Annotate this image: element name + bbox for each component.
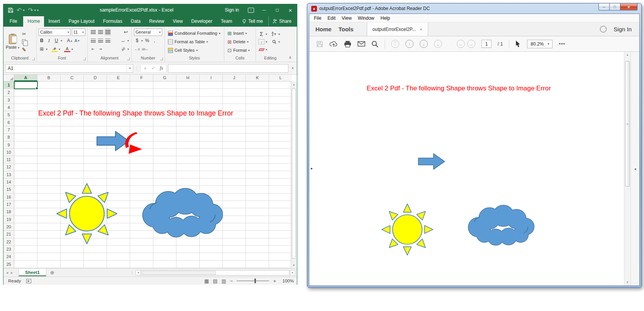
undo-icon[interactable]: ↶ (17, 7, 22, 14)
previous-view-button[interactable]: ← (457, 40, 465, 48)
column-header-c[interactable]: C (61, 75, 84, 81)
conditional-formatting-button[interactable]: Conditional Formatting▾ (168, 29, 223, 37)
cell-styles-button[interactable]: Cell Styles▾ (168, 46, 223, 54)
print-button[interactable] (344, 41, 351, 48)
zoom-slider[interactable] (237, 280, 269, 281)
tab-home[interactable]: Home (309, 26, 338, 32)
align-center-button[interactable] (97, 37, 103, 44)
italic-button[interactable]: I (46, 37, 52, 44)
row-header-15[interactable]: 15 (3, 186, 14, 193)
more-tools-button[interactable]: ••• (559, 41, 565, 47)
name-box-dropdown-icon[interactable]: ▾ (127, 65, 133, 72)
align-middle-button[interactable] (97, 29, 103, 36)
next-page-button[interactable]: ↓ (420, 40, 428, 48)
column-header-e[interactable]: E (107, 75, 130, 81)
share-button[interactable]: Share (268, 16, 295, 27)
alignment-dialog-launcher[interactable] (127, 58, 130, 60)
zoom-percentage[interactable]: 100% (280, 279, 294, 283)
acrobat-sign-in-button[interactable]: Sign In (613, 26, 632, 32)
percent-style-button[interactable]: % (144, 37, 150, 44)
font-dialog-launcher[interactable] (83, 58, 86, 60)
tell-me-button[interactable]: Tell me (238, 16, 267, 27)
insert-cells-button[interactable]: ⊞Insert▾ (227, 29, 255, 37)
font-color-dropdown-icon[interactable]: ▾ (71, 48, 73, 51)
scroll-up-icon[interactable]: ▴ (291, 82, 297, 87)
ribbon-display-options-button[interactable]: ↑ (244, 4, 258, 16)
align-left-button[interactable] (90, 37, 96, 44)
ribbon-tab-file[interactable]: File (3, 16, 23, 27)
shrink-font-button[interactable]: A▼ (74, 37, 80, 44)
clear-dropdown-icon[interactable]: ▾ (266, 48, 267, 51)
column-header-h[interactable]: H (176, 75, 200, 81)
ribbon-tab-insert[interactable]: Insert (44, 16, 64, 27)
orientation-dropdown-icon[interactable]: ▾ (127, 48, 129, 51)
ribbon-tab-developer[interactable]: Developer (187, 16, 217, 27)
save-file-button[interactable] (316, 41, 323, 48)
menu-edit[interactable]: Edit (324, 15, 339, 21)
ribbon-tab-review[interactable]: Review (145, 16, 168, 27)
grow-font-button[interactable]: A▲ (67, 37, 73, 44)
menu-window[interactable]: Window (355, 15, 378, 21)
row-header-21[interactable]: 21 (3, 231, 14, 238)
row-header-25[interactable]: 25 (3, 261, 14, 268)
menu-view[interactable]: View (339, 15, 355, 21)
column-header-l[interactable]: L (269, 75, 291, 81)
accounting-format-button[interactable]: $ (134, 37, 140, 44)
horizontal-scrollbar[interactable] (141, 270, 290, 275)
row-header-1[interactable]: 1 (3, 82, 14, 89)
excel-cloud-shape[interactable] (138, 185, 224, 238)
format-painter-button[interactable] (21, 46, 27, 53)
zoom-in-button[interactable]: + (273, 278, 276, 284)
normal-view-icon[interactable]: ▦ (204, 278, 209, 284)
row-header-16[interactable]: 16 (3, 194, 14, 201)
tab-bar-splitter-icon[interactable]: ⋮ (129, 270, 136, 275)
row-header-5[interactable]: 5 (3, 111, 14, 119)
fill-dropdown-icon[interactable]: ▾ (266, 40, 267, 44)
menu-file[interactable]: File (311, 15, 324, 21)
undo-dropdown-icon[interactable]: ▾ (23, 8, 24, 12)
align-top-button[interactable] (90, 29, 96, 36)
redo-icon[interactable]: ↷ (28, 7, 33, 14)
row-header-18[interactable]: 18 (3, 208, 14, 216)
last-page-button[interactable]: ↓ (434, 40, 442, 48)
align-right-button[interactable] (105, 37, 111, 44)
fill-color-dropdown-icon[interactable]: ▾ (59, 48, 60, 51)
paste-button[interactable]: Paste ▾ (6, 28, 19, 56)
pdf-scrollbar-thumb[interactable] (625, 61, 630, 187)
decrease-indent-button[interactable]: ⇤ (90, 46, 96, 53)
excel-curved-red-arrow-shape[interactable] (124, 132, 144, 154)
scroll-down-icon[interactable]: ▾ (291, 262, 297, 268)
ribbon-tab-data[interactable]: Data (127, 16, 145, 27)
vertical-scrollbar[interactable]: ▴ ▾ (291, 82, 297, 268)
comma-style-button[interactable]: , (151, 37, 158, 44)
row-header-20[interactable]: 20 (3, 223, 14, 231)
autosum-dropdown-icon[interactable]: ▾ (266, 32, 267, 36)
row-header-12[interactable]: 12 (3, 163, 14, 171)
close-document-tab-icon[interactable]: × (420, 27, 422, 32)
page-number-input[interactable]: 1 (481, 40, 491, 48)
column-header-a[interactable]: A (14, 75, 37, 81)
selected-cell-a1[interactable] (14, 81, 38, 89)
new-sheet-button[interactable]: ⊕ (46, 270, 58, 275)
fill-button[interactable]: ↓ (258, 39, 264, 44)
first-page-button[interactable]: ↑ (391, 40, 399, 48)
sort-filter-dropdown-icon[interactable]: ▾ (278, 32, 280, 36)
find-dropdown-icon[interactable]: ▾ (278, 40, 280, 44)
number-dialog-launcher[interactable] (160, 58, 163, 60)
format-cells-button[interactable]: ⊡Format▾ (227, 46, 255, 54)
redo-dropdown-icon[interactable]: ▾ (34, 8, 36, 12)
document-tab[interactable]: outputErrorExcel2P... × (367, 22, 428, 36)
column-header-g[interactable]: G (153, 75, 176, 81)
ribbon-tab-formulas[interactable]: Formulas (99, 16, 127, 27)
excel-maximize-button[interactable]: □ (271, 4, 284, 16)
hscroll-left-icon[interactable]: ◂ (136, 270, 141, 275)
increase-indent-button[interactable]: ⇥ (97, 46, 103, 53)
delete-cells-button[interactable]: ⊠Delete▾ (227, 38, 255, 46)
underline-dropdown-icon[interactable]: ▾ (61, 39, 62, 42)
left-panel-expand-icon[interactable]: ▸ (311, 166, 313, 170)
borders-button[interactable]: ⊞ (39, 46, 45, 53)
hscroll-right-icon[interactable]: ▸ (290, 270, 295, 275)
column-header-k[interactable]: K (246, 75, 269, 81)
column-header-i[interactable]: I (200, 75, 223, 81)
merge-dropdown-icon[interactable]: ▾ (127, 39, 129, 42)
